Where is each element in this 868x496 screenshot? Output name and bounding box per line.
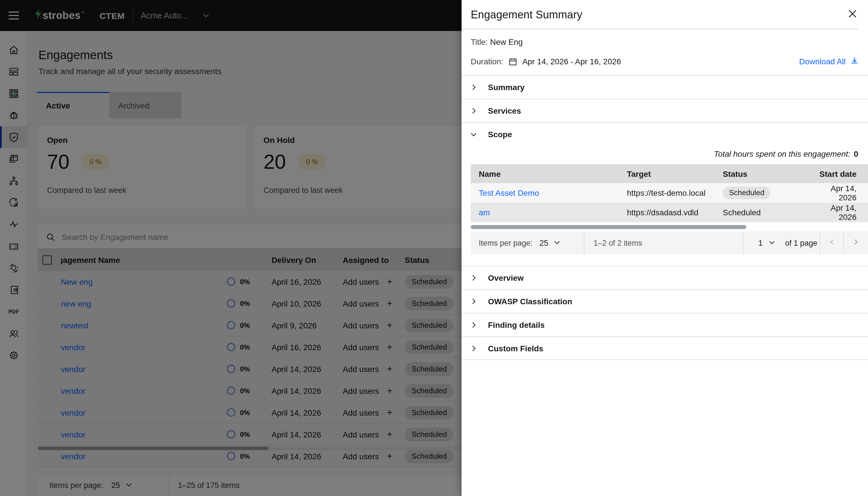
duration-value: Apr 14, 2026 - Apr 16, 2026 [523,57,621,66]
download-icon [850,56,859,66]
accordion-section-services[interactable]: Services [462,99,868,122]
app-root: strobes ™ CTEM Acme Auto... [0,0,868,496]
accordion-label: Services [488,106,521,115]
chevron-right-icon [469,107,479,115]
accordion-label: Overview [488,273,524,282]
accordion-label: OWASP Classification [488,297,572,306]
duration-row: Duration: Apr 14, 2026 - Apr 16, 2026 Do… [471,56,859,66]
pagination-range: 1–2 of 2 items [593,238,642,247]
accordion-section-owasp[interactable]: OWASP Classification [462,289,868,313]
scope-table-header: Name Target Status Start date [471,164,868,183]
start-date: Apr 14, 2026 [816,184,868,202]
column-status: Status [723,169,816,178]
previous-page-button[interactable] [820,231,844,254]
duration-label: Duration: [471,57,503,66]
caret-left-icon [828,238,836,247]
page-select[interactable]: 1 [758,238,775,247]
items-per-page-value: 25 [540,238,548,247]
chevron-right-icon [469,83,479,91]
items-per-page-select[interactable]: 25 [540,238,560,247]
asset-link[interactable]: am [479,208,627,217]
accordion-label: Scope [488,130,512,139]
page-number: 1 [758,238,763,247]
close-icon[interactable] [847,8,858,19]
next-page-button[interactable] [844,231,867,254]
chevron-down-icon [554,238,560,247]
title-row: Title: New Eng [471,37,859,46]
status-badge: Scheduled [723,187,771,199]
horizontal-scrollbar[interactable] [471,225,859,229]
page-count-label: of 1 page [785,238,818,247]
scope-table: Name Target Status Start date Test Asset… [471,164,868,222]
panel-meta: Title: New Eng Duration: Apr 14, 2026 - … [462,29,868,66]
accordion-section-overview[interactable]: Overview [462,266,868,289]
accordion-group-bottom: Overview OWASP Classification Finding de… [462,266,868,360]
accordion-label: Custom Fields [488,344,543,353]
asset-target: https://test-demo.local [627,188,723,198]
asset-link[interactable]: Test Asset Demo [479,188,627,198]
accordion-section-custom-fields[interactable]: Custom Fields [462,337,868,360]
modal-overlay[interactable] [0,0,462,496]
download-all-link[interactable]: Download All [799,56,859,66]
download-all-label: Download All [799,57,846,66]
accordion-label: Summary [488,83,525,92]
panel-title: Engagement Summary [471,9,859,21]
scope-table-row: Test Asset Demo https://test-demo.local … [471,183,868,203]
start-date: Apr 14, 2026 [816,203,868,221]
column-start-date: Start date [816,169,868,178]
accordion-section-finding-details[interactable]: Finding details [462,313,868,337]
column-target: Target [627,169,723,178]
chevron-down-icon [769,238,775,247]
scrollbar-thumb[interactable] [471,225,746,229]
total-hours-value: 0 [854,149,858,158]
total-hours: Total hours spent on this engagement:0 [462,146,868,164]
items-per-page-label: Items per page: [479,238,533,247]
column-name: Name [479,169,627,178]
chevron-right-icon [469,297,479,306]
caret-right-icon [852,238,859,247]
total-hours-label: Total hours spent on this engagement: [714,149,850,158]
scope-section-body: Total hours spent on this engagement:0 N… [462,146,868,254]
chevron-right-icon [469,321,479,329]
title-label: Title: [471,37,488,46]
accordion-section-summary[interactable]: Summary [462,75,868,99]
asset-target: https://dsadasd.vdld [627,208,723,217]
chevron-right-icon [469,274,479,282]
status-text: Scheduled [723,208,816,217]
accordion-group-top: Summary Services Scope [462,75,868,146]
accordion-section-scope[interactable]: Scope [462,122,868,146]
scope-table-row: am https://dsadasd.vdld Scheduled Apr 14… [471,203,868,222]
title-value: New Eng [490,37,523,46]
chevron-right-icon [469,344,479,352]
engagement-summary-panel: Engagement Summary Title: New Eng Durati… [462,0,868,496]
scope-pagination: Items per page: 25 1–2 of 2 items 1 of 1… [471,231,868,254]
accordion-label: Finding details [488,320,545,329]
chevron-down-icon [469,130,479,138]
calendar-icon [509,57,517,66]
